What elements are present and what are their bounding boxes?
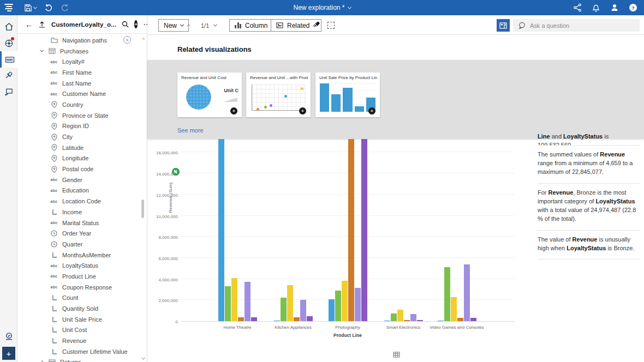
bar[interactable] <box>464 264 470 321</box>
tree-item-location-code[interactable]: abcLocation Code <box>17 196 143 207</box>
rail-pins-button[interactable] <box>0 68 17 84</box>
undo-button[interactable] <box>44 3 53 12</box>
rail-discover-button[interactable] <box>0 35 17 51</box>
tree-item-order-year[interactable]: Order Year <box>17 228 143 239</box>
rail-home-button[interactable] <box>0 19 17 35</box>
tree-item-latitude[interactable]: Latitude <box>17 142 143 153</box>
cognos-logo-icon[interactable] <box>4 4 13 11</box>
chart-plot-area[interactable] <box>181 139 514 322</box>
bar[interactable] <box>391 313 397 321</box>
related-card-unit-sale-price-by-product-line[interactable]: Unit Sale Price by Product Line+ <box>315 73 380 117</box>
bar[interactable] <box>404 320 410 321</box>
add-source-button[interactable]: + <box>134 20 138 28</box>
related-card-revenue-and-unit-cost[interactable]: Revenue and Unit CostUnit C+ <box>177 73 242 117</box>
tree-item-loyaltystatus[interactable]: abcLoyaltyStatus <box>17 260 143 271</box>
tree-item-marital-status[interactable]: abcMarital Status <box>17 218 143 228</box>
add-navigation-path-button[interactable]: + <box>123 36 131 44</box>
tree-item-product-line[interactable]: abcProduct Line <box>17 271 143 282</box>
tree-item-coupon-response[interactable]: abcCoupon Response <box>17 282 143 293</box>
bar[interactable] <box>361 139 367 321</box>
tree-item-customer-name[interactable]: abcCustomer Name <box>17 88 143 99</box>
bar[interactable] <box>384 321 390 321</box>
bar[interactable] <box>470 318 476 321</box>
tree-item-education[interactable]: abcEducation <box>17 185 143 196</box>
tree-item-customer-lifetime-value[interactable]: Customer Lifetime Value <box>17 346 143 357</box>
save-button[interactable] <box>24 4 37 12</box>
redo-button[interactable] <box>61 3 69 12</box>
bar[interactable] <box>281 298 287 321</box>
search-fields-button[interactable] <box>122 21 129 28</box>
tree-scrollbar-thumb[interactable] <box>141 200 144 218</box>
new-viz-button[interactable]: New <box>158 19 189 32</box>
tree-item-monthsasmember[interactable]: MonthsAsMember <box>17 250 143 261</box>
tree-item-postal-code[interactable]: Postal code <box>17 164 143 174</box>
tree-item-last-name[interactable]: abcLast Name <box>17 78 143 89</box>
bar[interactable] <box>300 300 306 321</box>
bar[interactable] <box>444 267 450 321</box>
bar[interactable] <box>451 297 457 321</box>
tree-item-province-or-state[interactable]: Province or State <box>17 110 143 121</box>
bar[interactable] <box>438 321 444 321</box>
source-name[interactable]: CustomerLoyalty_o... <box>51 21 116 28</box>
tree-item-region-id[interactable]: Region ID <box>17 121 143 132</box>
share-button[interactable] <box>573 3 582 12</box>
tree-item-purchases[interactable]: Purchases <box>17 46 143 57</box>
bar[interactable] <box>342 281 348 321</box>
rail-subscriptions-button[interactable] <box>0 328 17 345</box>
tree-item-revenue[interactable]: Revenue <box>17 335 143 346</box>
bar[interactable] <box>348 139 354 321</box>
insight-item[interactable]: For Revenue, Bronze is the most importan… <box>538 184 640 231</box>
bar[interactable] <box>397 310 403 321</box>
tree-item-first-name[interactable]: abcFirst Name <box>17 67 143 78</box>
prev-page-button[interactable] <box>187 19 190 32</box>
tree-item-loyalty[interactable]: abcLoyalty# <box>17 56 143 67</box>
tree-item-gender[interactable]: abcGender <box>17 174 143 185</box>
multi-select-button[interactable] <box>327 19 335 32</box>
tree-item-navigation-paths[interactable]: Navigation paths + <box>17 35 143 46</box>
insight-item[interactable]: The value of Revenue is unusually high w… <box>538 231 640 260</box>
tree-item-quarter[interactable]: Quarter <box>17 239 143 250</box>
bar[interactable] <box>231 278 237 321</box>
help-button[interactable]: ? <box>629 3 637 12</box>
tree-scroll-up-button[interactable]: ^ <box>142 37 145 43</box>
bar[interactable] <box>274 321 280 321</box>
related-card-revenue-and-unit-with-product-line[interactable]: Revenue and Unit ...with Product Line+ <box>246 73 311 117</box>
bar[interactable] <box>225 286 231 321</box>
see-more-link[interactable]: See more <box>177 127 204 134</box>
rail-add-button[interactable]: + <box>2 347 15 360</box>
add-card-button[interactable]: + <box>368 107 375 114</box>
account-button[interactable] <box>610 3 619 12</box>
add-card-button[interactable]: + <box>299 107 306 114</box>
title-chevron-down-icon[interactable] <box>347 5 351 9</box>
tree-item-unit-cost[interactable]: Unit Cost <box>17 325 143 336</box>
bar[interactable] <box>294 317 300 321</box>
bar[interactable] <box>410 314 416 321</box>
tree-item-count[interactable]: Count <box>17 293 143 304</box>
bar[interactable] <box>287 285 293 321</box>
tree-item-unit-sale-price[interactable]: Unit Sale Price <box>17 314 143 325</box>
tree-item-country[interactable]: Country <box>17 99 143 110</box>
tree-item-income[interactable]: Income <box>17 207 143 218</box>
show-data-table-button[interactable] <box>393 352 400 358</box>
ask-question-input[interactable]: Ask a question <box>513 19 640 32</box>
tree-item-city[interactable]: City <box>17 131 143 142</box>
insight-item[interactable]: The summed values of Revenue range from … <box>538 146 640 184</box>
bar[interactable] <box>238 317 244 321</box>
bar[interactable] <box>251 317 257 321</box>
next-page-button[interactable] <box>214 19 217 32</box>
tree-item-quantity-sold[interactable]: Quantity Sold <box>17 303 143 314</box>
tree-item-returns[interactable]: Returns <box>17 357 143 362</box>
upload-button[interactable] <box>38 21 46 28</box>
notifications-button[interactable] <box>592 3 600 12</box>
bar[interactable] <box>417 320 423 321</box>
add-card-button[interactable]: + <box>230 107 237 114</box>
rail-assistant-button[interactable] <box>0 84 17 100</box>
back-button[interactable]: ← <box>25 20 33 29</box>
pin-button[interactable] <box>313 19 321 32</box>
bar[interactable] <box>335 291 341 321</box>
bar[interactable] <box>457 318 463 321</box>
insights-panel-toggle[interactable] <box>497 19 510 32</box>
rail-data-button[interactable] <box>0 51 17 68</box>
bar[interactable] <box>329 299 335 321</box>
bar[interactable] <box>355 288 361 321</box>
